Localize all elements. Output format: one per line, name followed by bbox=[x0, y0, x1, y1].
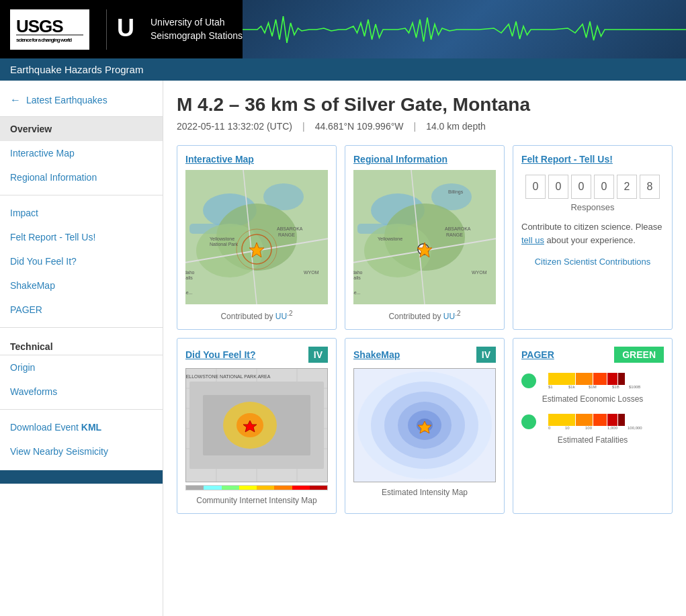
sidebar-item-impact[interactable]: Impact bbox=[0, 201, 163, 225]
usgs-logo: USGS science for a changing world bbox=[10, 9, 89, 50]
pager-economic-row: $1 $1k $1M $1B $100B bbox=[521, 369, 664, 392]
sidebar-item-pager[interactable]: PAGER bbox=[0, 298, 163, 322]
main-container: ← Latest Earthquakes Overview Interactiv… bbox=[0, 81, 686, 616]
svg-text:100: 100 bbox=[585, 426, 593, 430]
svg-text:YELLOWSTONE NATIONAL PARK AREA: YELLOWSTONE NATIONAL PARK AREA bbox=[186, 374, 271, 379]
svg-text:WYOM: WYOM bbox=[304, 270, 319, 275]
svg-text:10: 10 bbox=[565, 426, 570, 430]
sidebar-item-origin[interactable]: Origin bbox=[0, 355, 163, 380]
svg-text:WYOM: WYOM bbox=[472, 270, 487, 275]
svg-text:Yellowstone: Yellowstone bbox=[378, 236, 402, 241]
svg-text:1,000: 1,000 bbox=[607, 426, 618, 430]
svg-text:$100B: $100B bbox=[629, 385, 640, 389]
sidebar-item-felt-report[interactable]: Felt Report - Tell Us! bbox=[0, 225, 163, 249]
header: USGS science for a changing world U Univ… bbox=[0, 0, 686, 58]
felt-text-2: about your experience. bbox=[547, 235, 636, 245]
svg-rect-78 bbox=[607, 414, 617, 426]
card-shakemap: ShakeMap IV bbox=[345, 338, 505, 514]
card-regional-info: Regional Information Yellowstone ABSARO bbox=[345, 145, 505, 330]
regional-contributor-sup: .2 bbox=[455, 310, 460, 317]
felt-numbers: 0 0 0 0 2 8 bbox=[521, 175, 664, 199]
felt-text-1: Contribute to citizen science. Please bbox=[521, 222, 662, 232]
svg-rect-75 bbox=[548, 414, 575, 426]
svg-text:$1k: $1k bbox=[568, 385, 576, 389]
sidebar-divider-1 bbox=[0, 195, 163, 195]
dyfi-map-thumbnail: YELLOWSTONE NATIONAL PARK AREA bbox=[185, 368, 328, 482]
sidebar-item-shakemap[interactable]: ShakeMap bbox=[0, 273, 163, 298]
svg-text:Idaho: Idaho bbox=[185, 270, 195, 275]
felt-responses-label: Responses bbox=[521, 202, 664, 212]
svg-text:RANGE: RANGE bbox=[446, 232, 463, 237]
shakemap-badge: IV bbox=[476, 347, 496, 363]
uu-text: University of Utah Seismograph Stations bbox=[151, 16, 243, 42]
shakemap-thumbnail bbox=[353, 368, 496, 482]
sidebar-divider-3 bbox=[0, 409, 163, 410]
regional-info-footer: Contributed by UU.2 bbox=[353, 310, 496, 321]
felt-digit-2: 0 bbox=[548, 175, 568, 199]
shakemap-link[interactable]: ShakeMap bbox=[353, 349, 400, 360]
svg-text:science for a changing world: science for a changing world bbox=[16, 37, 72, 43]
svg-text:100,000: 100,000 bbox=[628, 426, 642, 430]
sidebar-item-waveforms[interactable]: Waveforms bbox=[0, 380, 163, 404]
event-datetime: 2022-05-11 13:32:02 (UTC) bbox=[177, 121, 292, 132]
svg-text:ABSAROKA: ABSAROKA bbox=[445, 226, 471, 231]
sidebar-divider-2 bbox=[0, 327, 163, 328]
interactive-map-link[interactable]: Interactive Map bbox=[185, 154, 328, 165]
sidebar-bottom-bar bbox=[0, 470, 163, 484]
event-meta: 2022-05-11 13:32:02 (UTC) | 44.681°N 109… bbox=[177, 121, 673, 132]
felt-digit-4: 0 bbox=[594, 175, 614, 199]
back-arrow-icon: ← bbox=[10, 94, 21, 106]
regional-info-link[interactable]: Regional Information bbox=[353, 154, 496, 165]
seismograph-banner bbox=[243, 0, 686, 58]
back-link[interactable]: ← Latest Earthquakes bbox=[0, 91, 163, 116]
sidebar-item-overview[interactable]: Overview bbox=[0, 117, 163, 141]
felt-digit-1: 0 bbox=[525, 175, 546, 199]
citizen-scientist-link[interactable]: Citizen Scientist Contributions bbox=[521, 257, 664, 267]
usgs-box-text: USGS science for a changing world bbox=[10, 9, 89, 50]
felt-tell-us-link[interactable]: tell us bbox=[521, 235, 544, 245]
regional-contributor-link[interactable]: UU bbox=[443, 312, 455, 321]
contributor-link[interactable]: UU bbox=[275, 312, 287, 321]
card-interactive-map: Interactive Map bbox=[177, 145, 337, 330]
sidebar-item-regional-info[interactable]: Regional Information bbox=[0, 165, 163, 189]
svg-rect-69 bbox=[618, 373, 625, 385]
event-title: M 4.2 – 36 km S of Silver Gate, Montana bbox=[177, 94, 673, 116]
shakemap-map-label: Estimated Intensity Map bbox=[382, 488, 468, 497]
contributor-sup: .2 bbox=[287, 310, 292, 317]
svg-text:0: 0 bbox=[548, 426, 551, 430]
svg-text:Falls: Falls bbox=[353, 275, 361, 280]
pager-fatalities-bars: 0 10 100 1,000 100,000 bbox=[540, 410, 664, 433]
pager-fatalities-row: 0 10 100 1,000 100,000 bbox=[521, 410, 664, 433]
sidebar-item-interactive-map[interactable]: Interactive Map bbox=[0, 141, 163, 165]
fatalities-label: Estimated Fatalities bbox=[521, 435, 664, 445]
svg-rect-65 bbox=[548, 373, 575, 385]
svg-rect-76 bbox=[576, 414, 593, 426]
pager-badge: GREEN bbox=[614, 347, 664, 363]
event-coordinates: 44.681°N 109.996°W bbox=[315, 121, 404, 132]
svg-text:National Park: National Park bbox=[210, 242, 239, 247]
program-label: Earthquake Hazards Program bbox=[10, 64, 143, 75]
sidebar-item-dyfi[interactable]: Did You Feel It? bbox=[0, 249, 163, 273]
pager-fatalities-chart: 0 10 100 1,000 100,000 Estimated Fatalit… bbox=[521, 410, 664, 445]
svg-text:Billings: Billings bbox=[448, 189, 464, 195]
card-felt-report: Felt Report - Tell Us! 0 0 0 0 2 8 Respo… bbox=[513, 145, 673, 330]
pager-fatalities-circle bbox=[521, 414, 536, 429]
svg-text:U: U bbox=[117, 14, 134, 42]
pager-economic-bars: $1 $1k $1M $1B $100B bbox=[540, 369, 664, 392]
pager-economic-chart: $1 $1k $1M $1B $100B Estimated Economic … bbox=[521, 369, 664, 404]
svg-text:ABSAROKA: ABSAROKA bbox=[277, 226, 303, 231]
back-link-text: Latest Earthquakes bbox=[26, 95, 108, 105]
sidebar-item-nearby-seismicity[interactable]: View Nearby Seismicity bbox=[0, 439, 163, 464]
dyfi-link[interactable]: Did You Feel It? bbox=[185, 349, 256, 360]
pager-link[interactable]: PAGER bbox=[521, 349, 554, 360]
regional-info-thumbnail: Yellowstone ABSAROKA RANGE Idaho Falls W… bbox=[353, 170, 496, 304]
sidebar-nav-section: Overview Interactive Map Regional Inform… bbox=[0, 116, 163, 322]
felt-contribute-text: Contribute to citizen science. Please te… bbox=[521, 220, 664, 247]
shakemap-footer: Estimated Intensity Map bbox=[353, 488, 496, 497]
usgs-logo-section: USGS science for a changing world bbox=[0, 3, 99, 56]
event-depth: 14.0 km depth bbox=[426, 121, 486, 132]
svg-text:$1: $1 bbox=[548, 385, 553, 389]
felt-report-link[interactable]: Felt Report - Tell Us! bbox=[521, 154, 664, 165]
svg-rect-67 bbox=[593, 373, 607, 385]
sidebar-item-download-kml[interactable]: Download Event KML bbox=[0, 415, 163, 439]
